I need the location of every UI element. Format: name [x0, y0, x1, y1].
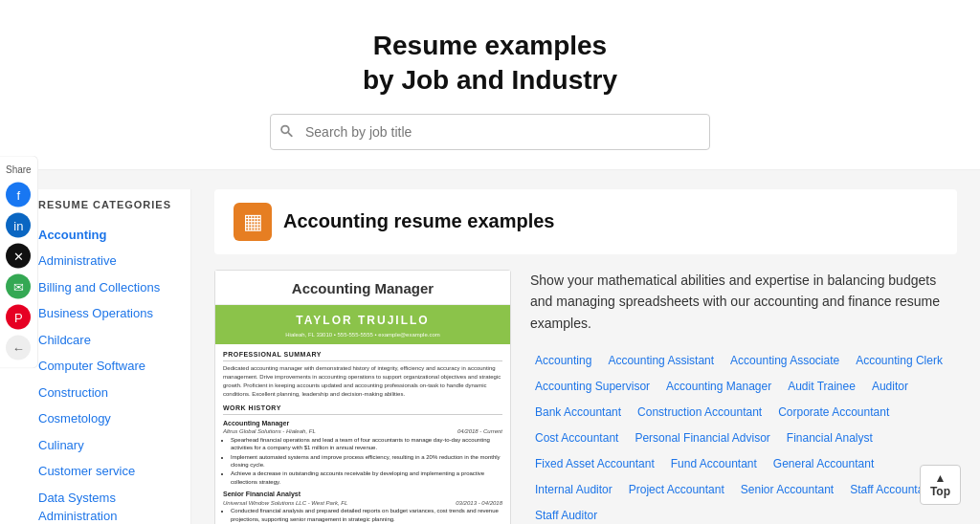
resume-job: Accounting ManagerAltrus Global Solution… [223, 419, 502, 487]
tag-link-bank-accountant[interactable]: Bank Accountant [530, 403, 626, 422]
resume-card-title: Accounting Manager [215, 271, 510, 304]
page-header: Resume examples by Job and Industry [0, 0, 980, 170]
resume-job-title: Senior Financial Analyst [223, 490, 502, 499]
sidebar-item-administrative[interactable]: Administrative [38, 248, 175, 274]
category-list: AccountingAdministrativeBilling and Coll… [38, 222, 175, 524]
resume-contact: Hialeah, FL 33010 • 555-555-5555 • examp… [219, 331, 506, 338]
svg-line-1 [288, 132, 292, 136]
twitter-share-button[interactable]: ✕ [6, 244, 31, 269]
top-label: Top [930, 485, 950, 498]
tag-link-accounting-supervisor[interactable]: Accounting Supervisor [530, 377, 655, 396]
tag-link-corporate-accountant[interactable]: Corporate Accountant [773, 403, 894, 422]
resume-header-section: TAYLOR TRUJILLO Hialeah, FL 33010 • 555-… [215, 305, 510, 344]
resume-card: Accounting Manager TAYLOR TRUJILLO Hiale… [214, 270, 511, 524]
resume-bullet: Implement automated systems and improve … [231, 453, 502, 469]
resume-bullet: Spearhead financial operations and lead … [231, 436, 502, 452]
top-arrow: ▲ [930, 471, 950, 485]
resume-bullet: Achieve a decrease in outstanding accoun… [231, 469, 502, 486]
sidebar-item-computer-software[interactable]: Computer Software [38, 353, 175, 380]
tag-link-accounting-clerk[interactable]: Accounting Clerk [851, 351, 947, 370]
top-button[interactable]: ▲ Top [920, 465, 961, 505]
resume-job-bullets: Spearhead financial operations and lead … [223, 436, 502, 486]
tag-link-auditor[interactable]: Auditor [867, 377, 913, 396]
sidebar-title: RESUME CATEGORIES [38, 199, 175, 210]
tag-link-internal-auditor[interactable]: Internal Auditor [530, 480, 617, 499]
search-icon [279, 123, 293, 140]
search-wrapper [270, 114, 710, 150]
tag-link-senior-accountant[interactable]: Senior Accountant [736, 480, 838, 499]
resume-body: PROFESSIONAL SUMMARY Dedicated accountin… [215, 344, 510, 524]
tag-link-accounting[interactable]: Accounting [530, 351, 596, 370]
sidebar-item-childcare[interactable]: Childcare [38, 327, 175, 354]
search-input[interactable] [270, 114, 710, 150]
right-desc-col: Show your mathematical abilities and exp… [530, 270, 957, 524]
tag-link-project-accountant[interactable]: Project Accountant [624, 480, 729, 499]
tag-link-staff-auditor[interactable]: Staff Auditor [530, 506, 602, 524]
sidebar-item-culinary[interactable]: Culinary [38, 432, 175, 459]
resume-work-title: WORK HISTORY [223, 404, 502, 415]
share-label: Share [6, 164, 32, 175]
tag-link-fund-accountant[interactable]: Fund Accountant [666, 454, 762, 473]
content-area: ▦ Accounting resume examples Accounting … [191, 189, 980, 524]
tag-link-audit-trainee[interactable]: Audit Trainee [783, 377, 860, 396]
tag-link-fixed-asset-accountant[interactable]: Fixed Asset Accountant [530, 454, 659, 473]
sidebar-item-billing-and-collections[interactable]: Billing and Collections [38, 274, 175, 301]
resume-job: Senior Financial AnalystUniversal Window… [223, 490, 502, 524]
resume-job-subtitle: Altrus Global Solutions - Hialeah, FL04/… [223, 427, 502, 435]
page-title: Resume examples by Job and Industry [19, 29, 961, 98]
resume-summary-title: PROFESSIONAL SUMMARY [223, 350, 502, 361]
resume-bullet: Conducted financial analysis and prepare… [231, 507, 502, 523]
share-sidebar: Share f in ✕ ✉ P ← [0, 156, 38, 369]
section-header-row: ▦ Accounting resume examples [214, 189, 957, 254]
tags-grid: AccountingAccounting AssistantAccounting… [530, 351, 957, 524]
resume-preview: TAYLOR TRUJILLO Hialeah, FL 33010 • 555-… [215, 304, 510, 524]
resume-job-title: Accounting Manager [223, 419, 502, 428]
resume-job-subtitle: Universal Window Solutions LLC - West Pa… [223, 499, 502, 507]
accounting-icon: ▦ [234, 203, 272, 241]
svg-point-0 [281, 125, 289, 133]
resume-jobs: Accounting ManagerAltrus Global Solution… [223, 419, 502, 524]
two-col-layout: Accounting Manager TAYLOR TRUJILLO Hiale… [214, 270, 957, 524]
main-layout: RESUME CATEGORIES AccountingAdministrati… [0, 170, 980, 524]
tag-link-accounting-assistant[interactable]: Accounting Assistant [603, 351, 719, 370]
desc-text: Show your mathematical abilities and exp… [530, 270, 957, 334]
sidebar-item-customer-service[interactable]: Customer service [38, 458, 175, 485]
tag-link-financial-analyst[interactable]: Financial Analyst [782, 428, 878, 448]
resume-job-bullets: Conducted financial analysis and prepare… [223, 507, 502, 524]
section-title: Accounting resume examples [283, 210, 554, 232]
resume-summary-text: Dedicated accounting manager with demons… [223, 364, 502, 399]
sidebar-item-data-systems-administration[interactable]: Data Systems Administration [38, 485, 175, 524]
linkedin-share-button[interactable]: in [6, 213, 31, 238]
sidebar-item-construction[interactable]: Construction [38, 380, 175, 406]
facebook-share-button[interactable]: f [6, 183, 31, 207]
tag-link-general-accountant[interactable]: General Accountant [768, 454, 879, 473]
sidebar-item-business-operations[interactable]: Business Operations [38, 300, 175, 327]
tag-link-personal-financial-advisor[interactable]: Personal Financial Advisor [630, 428, 774, 448]
tag-link-cost-accountant[interactable]: Cost Accountant [530, 428, 623, 448]
sidebar-item-accounting[interactable]: Accounting [38, 222, 175, 249]
resume-preview-col: Accounting Manager TAYLOR TRUJILLO Hiale… [214, 270, 511, 524]
tag-link-accounting-manager[interactable]: Accounting Manager [661, 377, 776, 396]
tag-link-construction-accountant[interactable]: Construction Accountant [633, 403, 767, 422]
email-share-button[interactable]: ✉ [6, 274, 31, 299]
sidebar-item-cosmetology[interactable]: Cosmetology [38, 405, 175, 432]
pinterest-share-button[interactable]: P [6, 305, 31, 330]
resume-name: TAYLOR TRUJILLO [219, 313, 506, 329]
back-share-button[interactable]: ← [6, 336, 31, 360]
tag-link-accounting-associate[interactable]: Accounting Associate [725, 351, 844, 370]
